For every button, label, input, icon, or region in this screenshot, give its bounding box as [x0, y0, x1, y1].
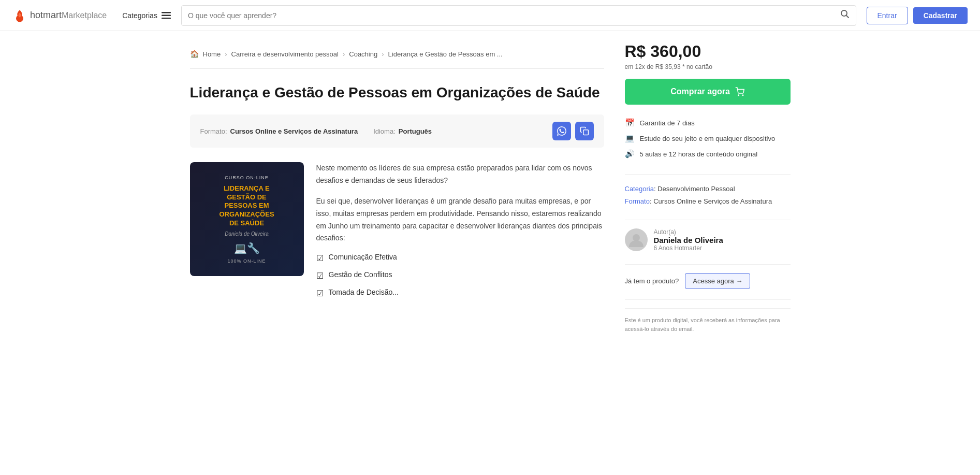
divider-2 [625, 220, 791, 220]
guarantee-1-text: Garantia de 7 dias [640, 119, 695, 127]
entrar-button[interactable]: Entrar [867, 7, 908, 24]
price-installment: em 12x de R$ 35,93 * no cartão [625, 63, 791, 70]
laptop-icon: 💻 [625, 134, 635, 143]
author-section: Autor(a) Daniela de Oliveira 6 Anos Hotm… [625, 228, 791, 252]
svg-rect-2 [162, 15, 171, 16]
logo[interactable]: hotmartMarketplace [12, 8, 107, 23]
search-input[interactable] [188, 11, 840, 20]
left-content: 🏠 Home › Carreira e desenvolvimento pess… [190, 31, 604, 333]
formato-value: Cursos Online e Serviços de Assinatura [653, 197, 772, 205]
checklist-item-1: ☑ Comunicação Efetiva [316, 253, 604, 263]
author-label: Autor(a) [654, 228, 723, 236]
acesse-button[interactable]: Acesse agora → [685, 273, 750, 289]
search-button[interactable] [840, 9, 850, 21]
format-label: Formato: [200, 127, 227, 135]
idioma-label: Idioma: [373, 127, 396, 135]
checklist-label-1: Comunicação Efetiva [329, 253, 397, 261]
breadcrumb-item1[interactable]: Carreira e desenvolvimento pessoal [231, 50, 339, 58]
description-1: Neste momento os líderes de sua empresa … [316, 162, 604, 187]
nav-categorias[interactable]: Categorias [122, 11, 171, 20]
home-icon: 🏠 [190, 50, 199, 58]
product-image-author: Daniela de Oliveira [225, 231, 269, 237]
already-have: Já tem o produto? Acesse agora → [625, 273, 791, 289]
page-title: Liderança e Gestão de Pessoas em Organiz… [190, 83, 604, 102]
chevron-icon-2: › [343, 50, 345, 58]
digital-notice: Este é um produto digital, você receberá… [625, 308, 791, 333]
right-sidebar: R$ 360,00 em 12x de R$ 35,93 * no cartão… [625, 31, 791, 333]
checklist-label-2: Gestão de Conflitos [329, 270, 392, 279]
product-section: CURSO ON-LINE LIDERANÇA EGESTÃO DEPESSOA… [190, 162, 604, 306]
idioma-item: Idioma: Português [373, 127, 432, 135]
flame-icon [12, 8, 27, 23]
category-row: Categoria: Desenvolvimento Pessoal [625, 183, 791, 195]
breadcrumb-item3: Liderança e Gestão de Pessoas em ... [388, 50, 503, 58]
comprar-button[interactable]: Comprar agora [625, 79, 791, 105]
chevron-icon-3: › [382, 50, 384, 58]
divider-4 [625, 299, 791, 300]
format-bar: Formato: Cursos Online e Serviços de Ass… [190, 114, 604, 148]
formato-row: Formato: Cursos Online e Serviços de Ass… [625, 195, 791, 207]
search-icon [840, 9, 850, 19]
divider-3 [625, 264, 791, 265]
category-info: Categoria: Desenvolvimento Pessoal Forma… [625, 183, 791, 207]
whatsapp-icon [557, 126, 566, 136]
checklist: ☑ Comunicação Efetiva ☑ Gestão de Confli… [316, 253, 604, 298]
cadastrar-button[interactable]: Cadastrar [913, 7, 968, 24]
calendar-icon: 📅 [625, 118, 635, 127]
svg-rect-3 [162, 18, 171, 19]
description-2: Eu sei que, desenvolver lideranças é um … [316, 195, 604, 244]
guarantee-1: 📅 Garantia de 7 dias [625, 115, 791, 131]
format-value: Cursos Online e Serviços de Assinatura [230, 127, 358, 135]
divider-1 [625, 174, 791, 175]
svg-line-5 [846, 16, 849, 18]
author-years: 6 Anos Hotmarter [654, 244, 723, 252]
whatsapp-share-button[interactable] [552, 122, 571, 140]
guarantee-3: 🔊 5 aulas e 12 horas de conteúdo origina… [625, 146, 791, 162]
audio-icon: 🔊 [625, 149, 635, 159]
guarantee-3-text: 5 aulas e 12 horas de conteúdo original [640, 150, 758, 158]
acesse-label: Acesse agora → [693, 277, 742, 285]
product-image-title: LIDERANÇA EGESTÃO DEPESSOAS EMORGANIZAÇÕ… [219, 184, 274, 228]
guarantees-list: 📅 Garantia de 7 dias 💻 Estude do seu jei… [625, 115, 791, 162]
formato-link[interactable]: Formato [625, 197, 650, 205]
category-value: Desenvolvimento Pessoal [657, 185, 735, 193]
checklist-label-3: Tomada de Decisão... [329, 288, 399, 296]
svg-point-7 [738, 95, 739, 96]
already-have-text: Já tem o produto? [625, 277, 679, 285]
product-image: CURSO ON-LINE LIDERANÇA EGESTÃO DEPESSOA… [190, 162, 304, 276]
menu-icon [162, 12, 171, 19]
logo-text: hotmartMarketplace [30, 10, 107, 21]
check-icon-3: ☑ [316, 289, 324, 298]
svg-point-8 [742, 95, 743, 96]
product-badge: CURSO ON-LINE [225, 175, 269, 180]
author-avatar [625, 228, 648, 251]
guarantee-2: 💻 Estude do seu jeito e em qualquer disp… [625, 131, 791, 146]
breadcrumb-home[interactable]: Home [203, 50, 221, 58]
copy-share-button[interactable] [575, 122, 594, 140]
svg-rect-1 [162, 12, 171, 13]
copy-icon [580, 126, 589, 136]
main-layout: 🏠 Home › Carreira e desenvolvimento pess… [180, 31, 801, 333]
comprar-label: Comprar agora [670, 87, 730, 96]
author-name: Daniela de Oliveira [654, 236, 723, 244]
breadcrumb-item2[interactable]: Coaching [349, 50, 377, 58]
product-image-footer: 100% ON-LINE [227, 258, 266, 264]
category-link[interactable]: Categoria [625, 185, 654, 193]
price-main: R$ 360,00 [625, 41, 791, 61]
author-avatar-icon [628, 232, 645, 248]
cart-icon [735, 87, 744, 96]
svg-rect-6 [583, 130, 588, 135]
search-bar [181, 5, 856, 26]
product-description: Neste momento os líderes de sua empresa … [316, 162, 604, 306]
checklist-item-3: ☑ Tomada de Decisão... [316, 288, 604, 298]
chevron-icon-1: › [225, 50, 227, 58]
svg-point-9 [633, 234, 640, 241]
header: hotmartMarketplace Categorias Entrar Cad… [0, 0, 980, 31]
breadcrumb: 🏠 Home › Carreira e desenvolvimento pess… [190, 41, 604, 69]
guarantee-2-text: Estude do seu jeito e em qualquer dispos… [640, 135, 776, 142]
idioma-value: Português [399, 127, 432, 135]
share-buttons [552, 122, 594, 140]
price-block: R$ 360,00 em 12x de R$ 35,93 * no cartão [625, 41, 791, 70]
format-item: Formato: Cursos Online e Serviços de Ass… [200, 127, 358, 135]
checklist-item-2: ☑ Gestão de Conflitos [316, 270, 604, 281]
